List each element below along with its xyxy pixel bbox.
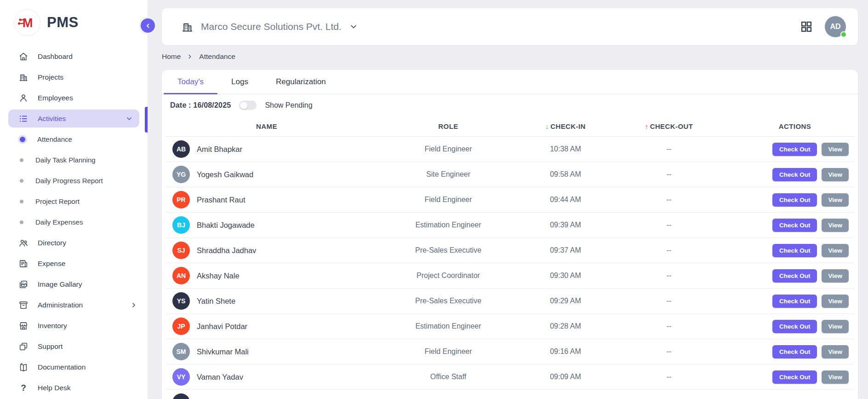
check-out-button[interactable]: Check Out (772, 219, 817, 232)
company-selector[interactable]: Marco Secure Solutions Pvt. Ltd. (181, 21, 358, 33)
avatar: AB (172, 140, 190, 158)
sidebar-item-label: Administration (38, 301, 83, 309)
table-row: VY Vaman Yadav Office Staff 09:09 AM -- … (166, 364, 854, 390)
employee-cell: PR Prashant Raut (166, 191, 368, 208)
column-role[interactable]: ROLE (368, 122, 529, 130)
row-actions: Check Out View (736, 219, 854, 232)
toggle-knob (240, 102, 247, 109)
row-actions: Check Out View (736, 143, 854, 156)
archive-box-icon (18, 300, 29, 310)
sidebar-collapse-button[interactable] (141, 18, 155, 33)
view-button[interactable]: View (822, 143, 849, 156)
tabs: Today's Logs Regularization (162, 70, 858, 94)
check-out-button[interactable]: Check Out (772, 320, 817, 333)
check-in-time: 09:29 AM (529, 297, 602, 305)
table-row: BJ Bhakti Jogawade Estimation Engineer 0… (166, 213, 854, 238)
apps-grid-icon[interactable] (800, 20, 813, 33)
row-actions: Check Out View (736, 370, 854, 384)
sidebar-item-image-gallery[interactable]: Image Gallary (0, 274, 148, 295)
check-out-button[interactable]: Check Out (772, 345, 817, 359)
dot-icon (20, 179, 23, 183)
employee-role: Pre-Sales Executive (368, 297, 529, 305)
sidebar-subitem-daily-expenses[interactable]: Daily Expenses (0, 212, 148, 232)
view-button[interactable]: View (822, 320, 849, 333)
tab-todays[interactable]: Today's (164, 70, 217, 94)
view-button[interactable]: View (822, 295, 849, 308)
sidebar-item-label: Employees (38, 94, 73, 102)
check-out-button[interactable]: Check Out (772, 193, 817, 207)
table-row (166, 390, 854, 399)
sidebar-item-inventory[interactable]: Inventory (0, 315, 148, 336)
list-icon (18, 114, 29, 124)
employee-cell: YS Yatin Shete (166, 292, 368, 310)
sidebar-item-directory[interactable]: Directory (0, 232, 148, 253)
employee-role: Pre-Sales Executive (368, 246, 529, 254)
sidebar-item-dashboard[interactable]: Dashboard (0, 46, 148, 67)
avatar: SJ (172, 242, 190, 259)
date-label: Date : 16/08/2025 (170, 101, 231, 110)
check-out-time: -- (602, 196, 736, 204)
sidebar-item-activities[interactable]: Activities (8, 110, 139, 127)
avatar (172, 393, 190, 399)
table-row: SM Shivkumar Mali Field Engineer 09:16 A… (166, 339, 854, 364)
check-out-button[interactable]: Check Out (772, 143, 817, 156)
view-button[interactable]: View (822, 345, 849, 359)
company-name: Marco Secure Solutions Pvt. Ltd. (201, 21, 342, 32)
sidebar-item-employees[interactable]: Employees (0, 87, 148, 108)
sidebar: M PMS Dashboard Projects (0, 0, 148, 399)
sidebar-subitem-daily-task-planning[interactable]: Daily Task Planning (0, 150, 148, 170)
company-building-icon (181, 21, 194, 33)
table-row: YS Yatin Shete Pre-Sales Executive 09:29… (166, 289, 854, 314)
chevron-right-icon (130, 301, 137, 309)
sidebar-item-projects[interactable]: Projects (0, 67, 148, 87)
breadcrumb-home[interactable]: Home (162, 52, 181, 61)
view-button[interactable]: View (822, 168, 849, 181)
sidebar-subitem-label: Daily Expenses (35, 218, 83, 226)
tab-regularization[interactable]: Regularization (262, 70, 340, 94)
check-out-button[interactable]: Check Out (772, 295, 817, 308)
row-actions: Check Out View (736, 269, 854, 283)
check-in-time: 09:44 AM (529, 196, 602, 204)
column-check-out[interactable]: ↑CHECK-OUT (602, 122, 736, 130)
view-button[interactable]: View (822, 244, 849, 257)
chevron-down-icon (349, 22, 358, 31)
user-menu[interactable]: AD (825, 16, 846, 37)
employee-cell: VY Vaman Yadav (166, 368, 368, 386)
view-button[interactable]: View (822, 370, 849, 384)
chevron-right-icon (187, 53, 193, 60)
sidebar-item-support[interactable]: Support (0, 336, 148, 357)
filters-row: Date : 16/08/2025 Show Pending (162, 94, 858, 116)
home-icon (18, 52, 29, 62)
check-out-button[interactable]: Check Out (772, 168, 817, 181)
sidebar-item-expense[interactable]: Expense (0, 253, 148, 274)
sidebar-subitem-daily-progress-report[interactable]: Daily Progress Report (0, 170, 148, 191)
column-actions: ACTIONS (736, 122, 854, 130)
check-in-time: 09:58 AM (529, 170, 602, 179)
sidebar-item-documentation[interactable]: Documentation (0, 357, 148, 377)
view-button[interactable]: View (822, 219, 849, 232)
employee-role: Field Engineer (368, 145, 529, 153)
check-out-time: -- (602, 347, 736, 356)
check-in-time: 09:39 AM (529, 221, 602, 229)
show-pending-toggle[interactable] (239, 101, 257, 110)
sidebar-item-help-desk[interactable]: ? Help Desk (0, 377, 148, 398)
building-icon (18, 72, 29, 82)
column-check-in[interactable]: ↓CHECK-IN (529, 122, 602, 130)
sidebar-item-administration[interactable]: Administration (0, 295, 148, 315)
app-name: PMS (47, 14, 79, 31)
check-out-button[interactable]: Check Out (772, 370, 817, 384)
employee-cell: AN Akshay Nale (166, 267, 368, 284)
sidebar-item-label: Expense (38, 260, 65, 268)
view-button[interactable]: View (822, 193, 849, 207)
show-pending-label: Show Pending (265, 101, 312, 110)
view-button[interactable]: View (822, 269, 849, 283)
sidebar-subitem-project-report[interactable]: Project Report (0, 191, 148, 212)
employee-name: Bhakti Jogawade (197, 221, 255, 230)
sidebar-subitem-attendance[interactable]: Attendance (0, 129, 148, 150)
column-name[interactable]: NAME (166, 122, 368, 130)
check-out-button[interactable]: Check Out (772, 269, 817, 283)
check-out-button[interactable]: Check Out (772, 244, 817, 257)
employee-name: Vaman Yadav (197, 373, 243, 382)
tab-logs[interactable]: Logs (217, 70, 262, 94)
employee-cell: AB Amit Bhapkar (166, 140, 368, 158)
